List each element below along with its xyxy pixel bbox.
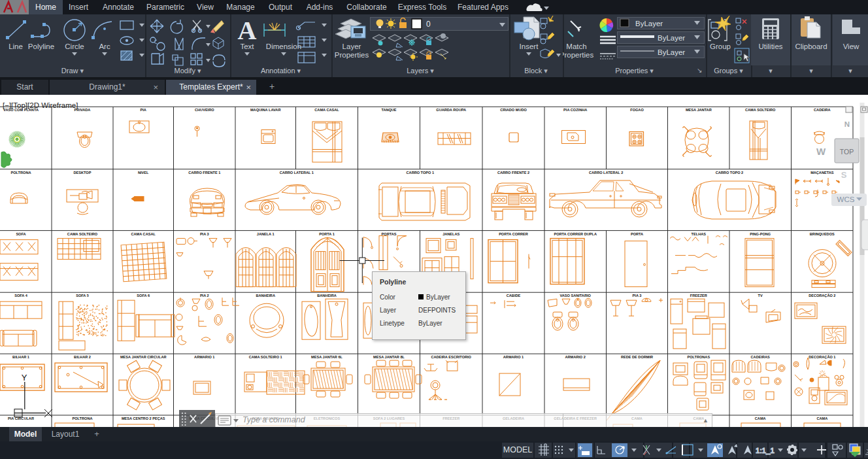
svg-text:1:1_1: 1:1_1 [756, 447, 775, 454]
svg-text:ARMARIO 1: ARMARIO 1 [194, 355, 214, 359]
svg-text:CABIDE: CABIDE [507, 294, 521, 298]
svg-text:CAMA CASAL: CAMA CASAL [314, 108, 339, 112]
svg-text:MESA JANTAR: MESA JANTAR [686, 108, 712, 112]
svg-text:PIA 3: PIA 3 [200, 232, 209, 236]
svg-text:Arc: Arc [99, 42, 110, 50]
svg-text:FOGAO: FOGAO [630, 108, 644, 112]
svg-text:DECORAÇÃO 2: DECORAÇÃO 2 [809, 294, 835, 298]
svg-text:ByLayer: ByLayer [658, 48, 685, 56]
svg-text:CARRO TOPO 1: CARRO TOPO 1 [407, 171, 434, 175]
svg-text:CARRO FRENTE 2: CARRO FRENTE 2 [497, 171, 529, 175]
svg-text:POLTRONA: POLTRONA [73, 416, 93, 420]
svg-text:Layer: Layer [342, 42, 361, 50]
svg-text:0: 0 [426, 20, 431, 29]
svg-text:MESA CENTRO 2 PEÇAS: MESA CENTRO 2 PEÇAS [122, 416, 165, 420]
svg-text:BANHEIRA: BANHEIRA [256, 294, 275, 298]
svg-text:CAMA: CAMA [755, 416, 766, 420]
svg-text:GUARDA ROUPA: GUARDA ROUPA [436, 108, 466, 112]
svg-text:PIA 2: PIA 2 [200, 294, 209, 298]
svg-text:JANELAS: JANELAS [442, 232, 459, 236]
svg-text:PORTA CORRER DUPLA: PORTA CORRER DUPLA [554, 232, 597, 236]
svg-text:PORTAS: PORTAS [382, 232, 397, 236]
svg-text:MESA JANTAR 8L: MESA JANTAR 8L [373, 355, 405, 359]
svg-text:TELHAS: TELHAS [692, 232, 707, 236]
svg-text:PORTA: PORTA [631, 232, 643, 236]
svg-text:TV: TV [758, 294, 763, 298]
svg-text:CRIADO MUDO: CRIADO MUDO [500, 108, 527, 112]
svg-text:Properties: Properties [563, 51, 593, 59]
svg-text:Insert: Insert [520, 42, 539, 50]
svg-text:Dimension: Dimension [266, 42, 301, 50]
svg-text:Utilities: Utilities [758, 42, 782, 50]
svg-text:CADEIRAS: CADEIRAS [751, 355, 770, 359]
svg-text:CADEIRA ESCRITORIO: CADEIRA ESCRITORIO [431, 355, 471, 359]
svg-text:N: N [844, 120, 850, 128]
svg-text:POLTRONAS: POLTRONAS [687, 355, 710, 359]
svg-text:BILHAR 2: BILHAR 2 [74, 355, 91, 359]
svg-text:A: A [238, 16, 257, 45]
svg-text:MAQUINA LAVAR: MAQUINA LAVAR [250, 108, 281, 112]
svg-text:SOFA 5: SOFA 5 [76, 294, 89, 298]
svg-text:Polyline: Polyline [28, 42, 54, 50]
svg-text:PIA COZINHA: PIA COZINHA [563, 108, 587, 112]
svg-text:S: S [841, 170, 847, 180]
svg-text:[−][Top][2D Wireframe]: [−][Top][2D Wireframe] [3, 101, 78, 109]
svg-text:PIA: PIA [141, 108, 146, 112]
svg-text:ByLayer: ByLayer [658, 34, 685, 42]
svg-text:CAMA SOLTEIRO 1: CAMA SOLTEIRO 1 [249, 355, 282, 359]
svg-text:Circle: Circle [65, 42, 84, 50]
svg-text:NIVEL: NIVEL [138, 171, 149, 175]
svg-text:SOFA 6: SOFA 6 [137, 294, 150, 298]
svg-text:BILHAR 1: BILHAR 1 [12, 355, 29, 359]
svg-text:TANQUE: TANQUE [381, 108, 396, 112]
svg-text:CARRO FRENTE 1: CARRO FRENTE 1 [188, 171, 220, 175]
svg-text:VASO SANITARIO: VASO SANITARIO [560, 294, 592, 298]
svg-text:DESKTOP: DESKTOP [74, 171, 92, 175]
svg-text:BRINQUEDOS: BRINQUEDOS [810, 232, 835, 236]
svg-text:Group: Group [710, 42, 731, 50]
svg-text:Line: Line [8, 42, 23, 50]
svg-text:PING-PONG: PING-PONG [750, 232, 771, 236]
svg-text:SOFA 4: SOFA 4 [14, 294, 28, 298]
svg-text:Properties: Properties [335, 51, 369, 59]
svg-text:TOP: TOP [840, 148, 854, 156]
svg-text:CHUVEIRO: CHUVEIRO [195, 108, 214, 112]
svg-text:CARRO TOPO 2: CARRO TOPO 2 [716, 171, 743, 175]
svg-text:Match: Match [566, 42, 586, 50]
svg-text:Clipboard: Clipboard [795, 42, 827, 50]
svg-text:ARMARIO 1: ARMARIO 1 [503, 355, 524, 359]
svg-text:Text: Text [240, 42, 254, 50]
svg-text:JANELA 1: JANELA 1 [257, 232, 275, 236]
svg-text:Y: Y [22, 373, 27, 382]
svg-text:View: View [843, 42, 860, 50]
svg-text:WCS: WCS [837, 196, 855, 203]
svg-text:W: W [816, 146, 826, 157]
svg-text:CADEIRA: CADEIRA [814, 108, 830, 112]
svg-text:CAMA CASAL: CAMA CASAL [131, 232, 156, 236]
svg-text:SOFA: SOFA [16, 232, 25, 236]
svg-text:CAMA SOLTEIRO: CAMA SOLTEIRO [67, 232, 98, 236]
svg-text:CARRO LATERAL 2: CARRO LATERAL 2 [589, 171, 623, 175]
svg-text:CAMA: CAMA [816, 416, 827, 420]
svg-text:PIA 3: PIA 3 [633, 294, 642, 298]
svg-text:CARRO LATERAL 1: CARRO LATERAL 1 [280, 171, 314, 175]
svg-text:MAÇANETAS: MAÇANETAS [810, 171, 834, 175]
svg-text:ByLayer: ByLayer [635, 20, 663, 27]
svg-text:FREEZER: FREEZER [690, 294, 707, 298]
svg-text:PORTA CORRER: PORTA CORRER [499, 232, 528, 236]
svg-text:MESA JANTAR CIRCULAR: MESA JANTAR CIRCULAR [120, 355, 167, 359]
svg-text:REDE DE DORMIR: REDE DE DORMIR [621, 355, 653, 359]
svg-text:DECORAÇÃO 1: DECORAÇÃO 1 [809, 355, 835, 359]
svg-text:PORTA 1: PORTA 1 [319, 232, 335, 236]
svg-text:BANHEIRA: BANHEIRA [317, 294, 337, 298]
svg-text:POLTRONA: POLTRONA [11, 171, 31, 175]
svg-text:MESA JANTAR 6L: MESA JANTAR 6L [311, 355, 342, 359]
svg-text:ARMARIO 2: ARMARIO 2 [565, 355, 586, 359]
svg-text:CAMA SOLTEIRO: CAMA SOLTEIRO [745, 108, 776, 112]
